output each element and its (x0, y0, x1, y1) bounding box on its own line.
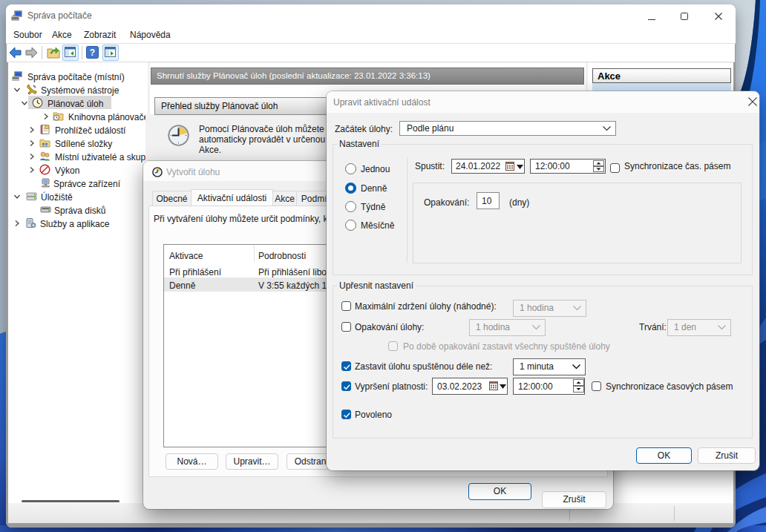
svg-text:?: ? (90, 47, 95, 58)
